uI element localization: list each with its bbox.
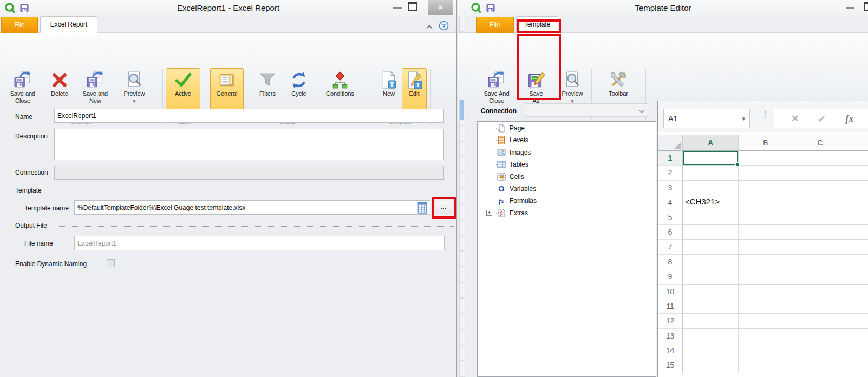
cell-A1[interactable] [683, 151, 739, 166]
help-icon[interactable]: ? [439, 21, 449, 31]
cell-B12[interactable] [739, 314, 793, 328]
cell-A12[interactable] [683, 314, 739, 328]
row-header[interactable]: 7 [658, 240, 683, 254]
cell-C14[interactable] [793, 343, 847, 358]
tab-excel-report[interactable]: Excel Report [40, 16, 97, 33]
cell-B15[interactable] [739, 358, 793, 373]
cell-B1[interactable] [739, 151, 793, 166]
select-all-corner[interactable] [658, 135, 683, 151]
maximize-button[interactable] [864, 2, 868, 11]
cell-B3[interactable] [739, 181, 793, 195]
column-header-c[interactable]: C [793, 135, 847, 151]
cell-A4[interactable]: <CH321> [683, 195, 739, 210]
column-header-a[interactable]: A [683, 135, 739, 151]
cell-B6[interactable] [739, 225, 793, 240]
cell-B9[interactable] [739, 269, 793, 284]
cell-A11[interactable] [683, 299, 739, 314]
row-header[interactable]: 8 [658, 255, 683, 269]
cell-B8[interactable] [739, 255, 793, 269]
cell-C13[interactable] [793, 329, 847, 343]
cell-C9[interactable] [793, 269, 847, 284]
cell-A15[interactable] [683, 358, 739, 373]
cell-B5[interactable] [739, 210, 793, 225]
cell-C4[interactable] [793, 195, 847, 210]
row-header[interactable]: 6 [658, 225, 683, 240]
enter-icon[interactable]: ✓ [818, 114, 826, 124]
template-picker-icon[interactable] [417, 202, 428, 213]
cell-A13[interactable] [683, 329, 739, 343]
tree-item-page[interactable]: Page [478, 123, 655, 134]
cell-D7[interactable] [847, 240, 868, 254]
row-header[interactable]: 9 [658, 269, 683, 284]
tree-item-images[interactable]: Images [478, 147, 655, 158]
namebox-caret-icon[interactable]: ▾ [742, 109, 745, 128]
close-button[interactable]: × [428, 0, 453, 15]
row-header[interactable]: 2 [658, 166, 683, 180]
cell-D6[interactable] [847, 225, 868, 240]
cell-D10[interactable] [847, 285, 868, 299]
cell-A7[interactable] [683, 240, 739, 254]
row-header[interactable]: 10 [658, 285, 683, 299]
connection-combobox[interactable] [525, 103, 648, 117]
tree-item-tables[interactable]: Tables [478, 159, 655, 170]
cell-A14[interactable] [683, 343, 739, 358]
cell-A8[interactable] [683, 255, 739, 269]
cell-A5[interactable] [683, 210, 739, 225]
row-header[interactable]: 1 [658, 151, 683, 166]
titlebar[interactable]: ExcelReport1 - Excel Report × [0, 0, 456, 16]
row-header[interactable]: 13 [658, 329, 683, 343]
cell-B14[interactable] [739, 343, 793, 358]
scrollbar-thumb[interactable] [460, 98, 464, 120]
maximize-button[interactable] [408, 2, 417, 11]
cell-D1[interactable] [847, 151, 868, 166]
column-header-partial[interactable] [847, 135, 868, 151]
file-name-input[interactable] [74, 236, 445, 250]
row-header[interactable]: 4 [658, 195, 683, 210]
cell-B11[interactable] [739, 299, 793, 314]
template-name-input[interactable] [74, 200, 430, 215]
cell-D9[interactable] [847, 269, 868, 284]
cell-B10[interactable] [739, 285, 793, 299]
cell-C1[interactable] [793, 151, 847, 166]
cell-D11[interactable] [847, 299, 868, 314]
cell-D4[interactable] [847, 195, 868, 210]
column-header-b[interactable]: B [739, 135, 793, 151]
expander-plus-icon[interactable]: + [486, 210, 492, 216]
cell-C11[interactable] [793, 299, 847, 314]
cell-D15[interactable] [847, 358, 868, 373]
cancel-icon[interactable]: × [792, 113, 799, 124]
cell-C7[interactable] [793, 240, 847, 254]
cell-C3[interactable] [793, 181, 847, 195]
cell-B7[interactable] [739, 240, 793, 254]
collapse-ribbon-icon[interactable] [426, 22, 433, 29]
cell-D13[interactable] [847, 329, 868, 343]
row-header[interactable]: 15 [658, 358, 683, 373]
cell-D2[interactable] [847, 166, 868, 180]
cell-C15[interactable] [793, 358, 847, 373]
minimize-button[interactable] [846, 7, 854, 9]
tab-file[interactable]: File [476, 17, 514, 33]
cell-D12[interactable] [847, 314, 868, 328]
cell-C2[interactable] [793, 166, 847, 180]
cell-B4[interactable] [739, 195, 793, 210]
tree-item-cells[interactable]: Cells [478, 171, 655, 182]
dynamic-naming-checkbox[interactable] [107, 259, 115, 267]
cell-D3[interactable] [847, 181, 868, 195]
cell-A6[interactable] [683, 225, 739, 240]
cell-A3[interactable] [683, 181, 739, 195]
cell-C10[interactable] [793, 285, 847, 299]
cell-C8[interactable] [793, 255, 847, 269]
row-header[interactable]: 12 [658, 314, 683, 328]
row-header[interactable]: 5 [658, 210, 683, 225]
cell-D14[interactable] [847, 343, 868, 358]
tree-item-variables[interactable]: Ω Variables [478, 183, 655, 194]
cell-name-box[interactable]: A1 ▾ [663, 109, 750, 128]
row-header[interactable]: 3 [658, 181, 683, 195]
tab-file[interactable]: File [1, 17, 38, 33]
cell-C6[interactable] [793, 225, 847, 240]
name-input[interactable] [54, 109, 444, 123]
insert-function-icon[interactable]: fx [845, 113, 853, 124]
tree-item-extras[interactable]: + Extras [478, 208, 655, 219]
description-input[interactable] [54, 129, 444, 160]
cell-A2[interactable] [683, 166, 739, 180]
